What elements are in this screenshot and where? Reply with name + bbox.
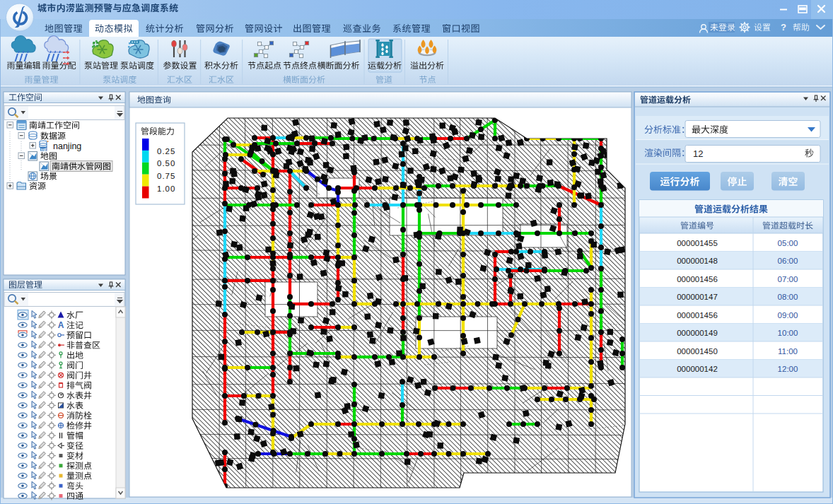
svg-text:08:00: 08:00	[778, 293, 798, 301]
svg-text:000001456: 000001456	[677, 311, 718, 320]
svg-text:12:00: 12:00	[778, 365, 798, 373]
svg-text:07:00: 07:00	[778, 275, 798, 283]
svg-text:11:00: 11:00	[778, 347, 798, 356]
svg-text:000001450: 000001450	[677, 347, 718, 356]
svg-text:A: A	[58, 320, 64, 330]
svg-text:09:00: 09:00	[778, 311, 798, 320]
svg-text:?: ?	[781, 22, 786, 33]
svg-text:12: 12	[693, 148, 703, 159]
svg-text:0.25: 0.25	[157, 147, 175, 156]
svg-text:05:00: 05:00	[778, 239, 798, 247]
svg-text:000000142: 000000142	[677, 365, 718, 373]
svg-text:06:00: 06:00	[778, 257, 798, 265]
svg-text:sql: sql	[41, 147, 47, 151]
svg-text:000001456: 000001456	[677, 275, 718, 283]
svg-text:1.00: 1.00	[157, 184, 175, 193]
svg-text:000000149: 000000149	[677, 329, 718, 337]
svg-text:nanjing: nanjing	[53, 141, 81, 151]
svg-text:000001455: 000001455	[677, 239, 718, 247]
svg-text:000000147: 000000147	[677, 293, 718, 301]
svg-text:0.50: 0.50	[157, 159, 175, 168]
svg-text:0.75: 0.75	[157, 172, 175, 180]
svg-text:10:00: 10:00	[778, 329, 798, 337]
svg-text:000000148: 000000148	[677, 257, 718, 265]
